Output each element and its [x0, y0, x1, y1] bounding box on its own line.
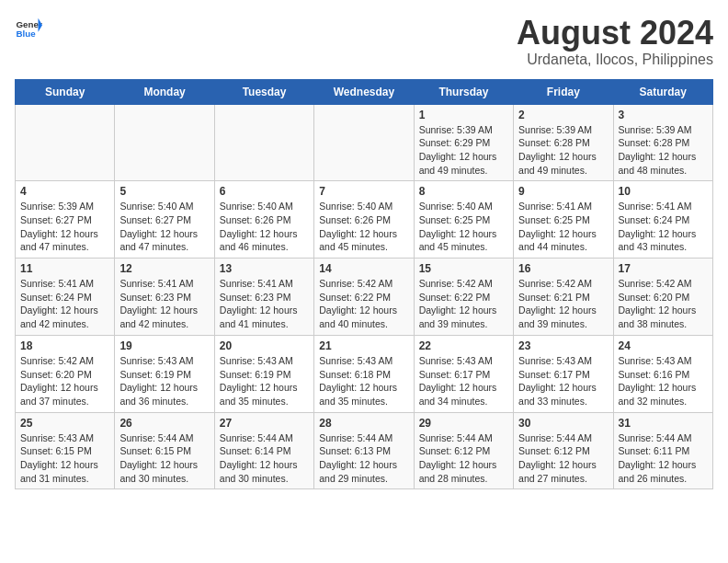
calendar-week-row: 4Sunrise: 5:39 AM Sunset: 6:27 PM Daylig…: [16, 181, 713, 259]
day-of-week-header: Saturday: [613, 79, 712, 104]
calendar-cell: 9Sunrise: 5:41 AM Sunset: 6:25 PM Daylig…: [514, 181, 613, 259]
calendar-cell: 23Sunrise: 5:43 AM Sunset: 6:17 PM Dayli…: [514, 335, 613, 412]
day-number: 26: [119, 417, 209, 430]
calendar-cell: [115, 104, 214, 181]
day-info: Sunrise: 5:41 AM Sunset: 6:24 PM Dayligh…: [20, 277, 109, 331]
calendar-cell: 1Sunrise: 5:39 AM Sunset: 6:29 PM Daylig…: [414, 104, 513, 181]
calendar-cell: 31Sunrise: 5:44 AM Sunset: 6:11 PM Dayli…: [613, 412, 712, 489]
logo: General Blue: [15, 15, 42, 42]
day-number: 21: [319, 339, 408, 352]
day-info: Sunrise: 5:43 AM Sunset: 6:17 PM Dayligh…: [518, 354, 608, 408]
day-info: Sunrise: 5:43 AM Sunset: 6:19 PM Dayligh…: [220, 354, 309, 408]
day-info: Sunrise: 5:41 AM Sunset: 6:24 PM Dayligh…: [619, 200, 708, 254]
calendar-table: SundayMondayTuesdayWednesdayThursdayFrid…: [15, 79, 713, 490]
calendar-cell: 10Sunrise: 5:41 AM Sunset: 6:24 PM Dayli…: [613, 181, 712, 259]
day-info: Sunrise: 5:43 AM Sunset: 6:19 PM Dayligh…: [119, 354, 209, 408]
day-number: 7: [319, 185, 408, 198]
day-info: Sunrise: 5:44 AM Sunset: 6:15 PM Dayligh…: [119, 431, 209, 486]
day-of-week-header: Monday: [115, 79, 214, 104]
logo-icon: General Blue: [15, 15, 42, 42]
calendar-cell: 21Sunrise: 5:43 AM Sunset: 6:18 PM Dayli…: [314, 335, 414, 412]
calendar-cell: [214, 104, 313, 181]
day-of-week-header: Thursday: [414, 79, 513, 104]
day-number: 18: [20, 339, 109, 352]
day-info: Sunrise: 5:40 AM Sunset: 6:26 PM Dayligh…: [319, 200, 408, 254]
day-number: 11: [20, 262, 109, 275]
day-info: Sunrise: 5:40 AM Sunset: 6:26 PM Dayligh…: [220, 200, 309, 254]
calendar-week-row: 25Sunrise: 5:43 AM Sunset: 6:15 PM Dayli…: [16, 412, 713, 489]
calendar-cell: 13Sunrise: 5:41 AM Sunset: 6:23 PM Dayli…: [214, 259, 313, 336]
day-info: Sunrise: 5:41 AM Sunset: 6:23 PM Dayligh…: [119, 277, 209, 331]
day-info: Sunrise: 5:43 AM Sunset: 6:17 PM Dayligh…: [419, 354, 508, 408]
title-block: August 2024 Urdaneta, Ilocos, Philippine…: [517, 15, 713, 68]
day-info: Sunrise: 5:44 AM Sunset: 6:12 PM Dayligh…: [518, 431, 608, 486]
day-info: Sunrise: 5:42 AM Sunset: 6:22 PM Dayligh…: [319, 277, 408, 331]
calendar-cell: 8Sunrise: 5:40 AM Sunset: 6:25 PM Daylig…: [414, 181, 513, 259]
day-number: 20: [220, 339, 309, 352]
day-info: Sunrise: 5:43 AM Sunset: 6:16 PM Dayligh…: [619, 354, 708, 408]
calendar-cell: 3Sunrise: 5:39 AM Sunset: 6:28 PM Daylig…: [613, 104, 712, 181]
calendar-cell: 7Sunrise: 5:40 AM Sunset: 6:26 PM Daylig…: [314, 181, 414, 259]
page-subtitle: Urdaneta, Ilocos, Philippines: [517, 52, 713, 68]
day-info: Sunrise: 5:44 AM Sunset: 6:13 PM Dayligh…: [319, 431, 408, 486]
day-info: Sunrise: 5:41 AM Sunset: 6:25 PM Dayligh…: [518, 200, 608, 254]
calendar-header-row: SundayMondayTuesdayWednesdayThursdayFrid…: [16, 79, 713, 104]
page-title: August 2024: [517, 15, 713, 52]
day-number: 24: [619, 339, 708, 352]
calendar-cell: [314, 104, 414, 181]
day-number: 25: [20, 417, 109, 430]
day-info: Sunrise: 5:42 AM Sunset: 6:20 PM Dayligh…: [20, 354, 109, 408]
day-number: 28: [319, 417, 408, 430]
page-header: General Blue August 2024 Urdaneta, Iloco…: [15, 15, 713, 68]
day-info: Sunrise: 5:39 AM Sunset: 6:27 PM Dayligh…: [20, 200, 109, 254]
calendar-cell: 30Sunrise: 5:44 AM Sunset: 6:12 PM Dayli…: [514, 412, 613, 489]
calendar-cell: 22Sunrise: 5:43 AM Sunset: 6:17 PM Dayli…: [414, 335, 513, 412]
day-info: Sunrise: 5:44 AM Sunset: 6:14 PM Dayligh…: [220, 431, 309, 486]
calendar-cell: 2Sunrise: 5:39 AM Sunset: 6:28 PM Daylig…: [514, 104, 613, 181]
calendar-cell: 20Sunrise: 5:43 AM Sunset: 6:19 PM Dayli…: [214, 335, 313, 412]
calendar-cell: 17Sunrise: 5:42 AM Sunset: 6:20 PM Dayli…: [613, 259, 712, 336]
day-number: 3: [619, 109, 708, 121]
day-info: Sunrise: 5:42 AM Sunset: 6:21 PM Dayligh…: [518, 277, 608, 331]
day-info: Sunrise: 5:44 AM Sunset: 6:11 PM Dayligh…: [619, 431, 708, 486]
day-info: Sunrise: 5:44 AM Sunset: 6:12 PM Dayligh…: [419, 431, 508, 486]
day-number: 8: [419, 185, 508, 198]
day-info: Sunrise: 5:42 AM Sunset: 6:20 PM Dayligh…: [619, 277, 708, 331]
calendar-cell: 25Sunrise: 5:43 AM Sunset: 6:15 PM Dayli…: [16, 412, 115, 489]
calendar-cell: 18Sunrise: 5:42 AM Sunset: 6:20 PM Dayli…: [16, 335, 115, 412]
day-number: 23: [518, 339, 608, 352]
day-of-week-header: Wednesday: [314, 79, 414, 104]
day-number: 4: [20, 185, 109, 198]
calendar-cell: 14Sunrise: 5:42 AM Sunset: 6:22 PM Dayli…: [314, 259, 414, 336]
calendar-cell: 27Sunrise: 5:44 AM Sunset: 6:14 PM Dayli…: [214, 412, 313, 489]
day-number: 13: [220, 262, 309, 275]
calendar-cell: 12Sunrise: 5:41 AM Sunset: 6:23 PM Dayli…: [115, 259, 214, 336]
calendar-cell: 15Sunrise: 5:42 AM Sunset: 6:22 PM Dayli…: [414, 259, 513, 336]
calendar-cell: 24Sunrise: 5:43 AM Sunset: 6:16 PM Dayli…: [613, 335, 712, 412]
day-info: Sunrise: 5:39 AM Sunset: 6:28 PM Dayligh…: [619, 123, 708, 178]
day-number: 1: [419, 109, 508, 121]
day-number: 19: [119, 339, 209, 352]
day-info: Sunrise: 5:40 AM Sunset: 6:27 PM Dayligh…: [119, 200, 209, 254]
calendar-cell: 5Sunrise: 5:40 AM Sunset: 6:27 PM Daylig…: [115, 181, 214, 259]
calendar-cell: 19Sunrise: 5:43 AM Sunset: 6:19 PM Dayli…: [115, 335, 214, 412]
day-number: 6: [220, 185, 309, 198]
day-number: 27: [220, 417, 309, 430]
day-number: 15: [419, 262, 508, 275]
day-info: Sunrise: 5:43 AM Sunset: 6:18 PM Dayligh…: [319, 354, 408, 408]
calendar-cell: 29Sunrise: 5:44 AM Sunset: 6:12 PM Dayli…: [414, 412, 513, 489]
calendar-cell: 4Sunrise: 5:39 AM Sunset: 6:27 PM Daylig…: [16, 181, 115, 259]
calendar-cell: 11Sunrise: 5:41 AM Sunset: 6:24 PM Dayli…: [16, 259, 115, 336]
day-info: Sunrise: 5:40 AM Sunset: 6:25 PM Dayligh…: [419, 200, 508, 254]
day-info: Sunrise: 5:43 AM Sunset: 6:15 PM Dayligh…: [20, 431, 109, 486]
calendar-cell: 16Sunrise: 5:42 AM Sunset: 6:21 PM Dayli…: [514, 259, 613, 336]
day-number: 16: [518, 262, 608, 275]
calendar-week-row: 18Sunrise: 5:42 AM Sunset: 6:20 PM Dayli…: [16, 335, 713, 412]
day-number: 12: [119, 262, 209, 275]
day-number: 10: [619, 185, 708, 198]
day-info: Sunrise: 5:39 AM Sunset: 6:29 PM Dayligh…: [419, 123, 508, 178]
day-number: 2: [518, 109, 608, 121]
calendar-week-row: 11Sunrise: 5:41 AM Sunset: 6:24 PM Dayli…: [16, 259, 713, 336]
day-number: 14: [319, 262, 408, 275]
svg-text:Blue: Blue: [17, 29, 37, 39]
